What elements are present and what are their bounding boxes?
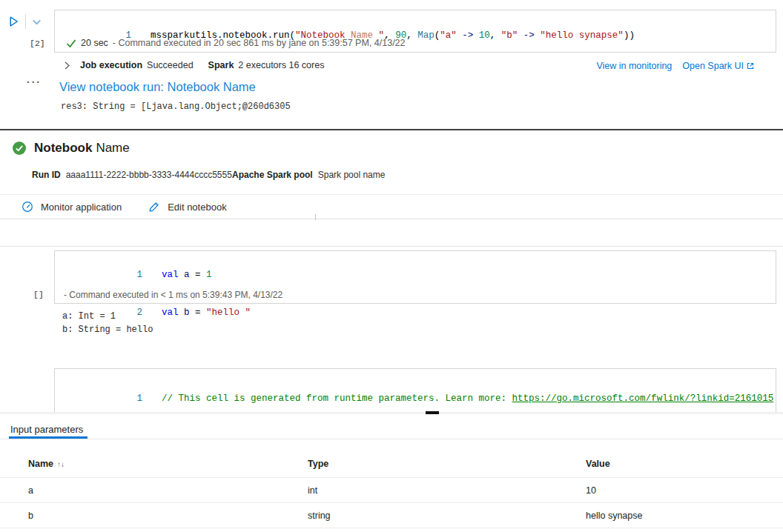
chevron-right-icon[interactable] [62,61,71,70]
cell-execution-status: - Command executed in < 1 ms on 5:39:43 … [64,290,283,300]
tab-bar-border [0,439,783,439]
column-header-type[interactable]: Type [308,459,586,469]
notebook-title-primary: Notebook [34,141,92,155]
table-cell: b [28,511,308,521]
cell-run-controls [7,14,42,29]
spark-detail: 2 executors 16 cores [238,60,324,70]
table-row[interactable]: aint10 [0,478,783,503]
monitor-application-button[interactable]: Monitor application [22,201,122,213]
job-status: Succeeded [147,60,194,70]
cell-execution-status: 20 sec - Command executed in 20 sec 861 … [66,38,406,48]
table-cell: a [28,485,308,496]
scroll-tick [315,214,316,220]
view-notebook-run-link[interactable]: View notebook run: Notebook Name [59,80,256,94]
notebook-title: NotebookName [34,141,130,156]
execution-count: [] [33,290,44,299]
code-line: 1mssparkutils.notebook.run("Notebook Nam… [55,10,776,55]
notebook-title-secondary: Name [96,141,129,155]
table-cell: hello synapse [586,511,783,521]
monitor-application-label: Monitor application [41,202,122,213]
parameters-code-cell: 1// This cell is generated from runtime … [54,368,776,413]
table-cell: int [308,485,586,496]
content-top-border [0,246,783,247]
success-check-icon [66,39,76,48]
table-cell: 10 [586,485,783,496]
code-line: 1val a = 1 [55,256,776,294]
notebook-run-cell: 1mssparkutils.notebook.run("Notebook Nam… [54,10,776,53]
parameters-table-header: Name↑↓ Type Value [0,450,783,478]
tab-input-parameters[interactable]: Input parameters [10,424,83,435]
edit-notebook-label: Edit notebook [168,202,227,213]
splitter-grip-handle[interactable] [426,411,439,414]
gauge-icon [22,201,33,213]
status-text: - Command executed in < 1 ms on 5:39:43 … [64,290,283,300]
synapse-notebook-run-screen: [2] 1mssparkutils.notebook.run("Notebook… [0,0,783,532]
pencil-icon [148,201,160,213]
spark-label: Spark [208,60,234,70]
column-header-name[interactable]: Name↑↓ [28,459,308,469]
output-line: a: Int = 1 [62,310,153,324]
table-row[interactable]: bstringhello synapse [0,503,783,528]
run-id-group: Run IDaaaa1111-2222-bbbb-3333-4444cccc55… [32,170,232,180]
external-link-icon [746,61,755,70]
code-text[interactable]: val b = "hello " [162,307,251,318]
run-id-label: Run ID [32,170,61,180]
status-duration: 20 sec [81,38,108,48]
panel-splitter[interactable] [0,412,783,414]
spark-pool-value: Spark pool name [318,170,386,180]
run-cell-button[interactable] [7,15,20,28]
result-output-line: res3: String = [Ljava.lang.Object;@260d6… [61,102,291,112]
output-line: b: String = hello [62,324,153,337]
notebook-snapshot-header: NotebookName [13,141,130,156]
spark-pool-group: Apache Spark poolSpark pool name [232,170,385,180]
edit-notebook-button[interactable]: Edit notebook [148,201,227,213]
cell-output: a: Int = 1b: String = hello [62,310,153,336]
line-number: 1 [99,393,142,405]
success-status-icon [13,142,26,155]
code-line: 1// This cell is generated from runtime … [55,380,776,413]
code-text[interactable]: val a = 1 [162,270,212,280]
status-text: - Command executed in 20 sec 861 ms by j… [113,38,406,48]
snapshot-toolbar: Monitor application Edit notebook [0,194,783,219]
chevron-down-icon[interactable] [31,16,42,27]
column-header-value[interactable]: Value [586,459,783,469]
open-spark-ui-link[interactable]: Open Spark UI [682,61,744,71]
spark-pool-label: Apache Spark pool [232,170,313,180]
section-divider [0,129,783,130]
job-execution-label: Job execution [80,60,142,70]
parameters-table-body: aint10bstringhello synapse [0,478,783,528]
execution-count: [2] [30,39,45,48]
run-id-value: aaaa1111-2222-bbbb-3333-4444cccc5555 [66,170,232,180]
view-in-monitoring-link[interactable]: View in monitoring [596,61,672,71]
sort-icon[interactable]: ↑↓ [57,460,65,468]
line-number: 1 [99,269,142,282]
code-text[interactable]: // This cell is generated from runtime p… [162,393,773,404]
more-options-icon[interactable]: ··· [27,76,42,88]
table-cell: string [308,511,586,521]
monitoring-links: View in monitoring Open Spark UI [596,61,755,71]
vals-code-cell: 1val a = 1 2val b = "hello " - Command e… [54,250,776,304]
controls-divider [25,14,26,29]
job-execution-bar: Job execution Succeeded Spark 2 executor… [62,60,324,70]
